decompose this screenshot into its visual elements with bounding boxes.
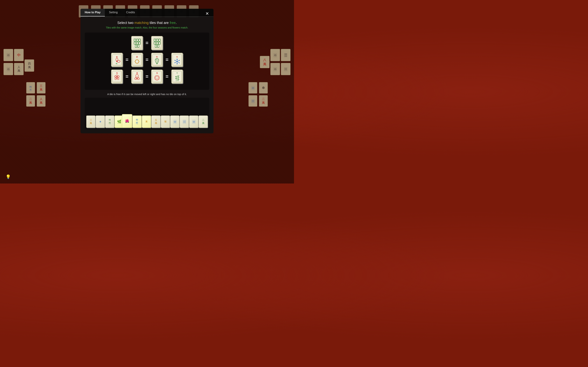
tile-bamboo-2	[151, 36, 163, 50]
demo-tile-6-highlighted: 竹竹	[132, 116, 142, 128]
close-button[interactable]: ✕	[204, 11, 210, 17]
header-text-part2: tiles that are	[148, 21, 170, 25]
demo-tile-9: 菊	[161, 116, 170, 128]
tile-summer: 夏	[131, 53, 143, 67]
help-dialog: ✕ How to Play Setting Credits Select two…	[80, 9, 214, 133]
svg-text:竹: 竹	[176, 72, 178, 74]
equals-2b: =	[145, 57, 149, 63]
demo-tile-2: ❄	[96, 116, 105, 128]
equals-2c: =	[165, 57, 169, 63]
svg-point-74	[137, 76, 137, 77]
tiles-demo-area: =	[85, 33, 209, 90]
demo-tile-11: 🀜	[180, 116, 189, 128]
svg-point-99	[178, 78, 178, 78]
svg-text:蘭: 蘭	[136, 72, 138, 74]
equals-1: =	[145, 40, 149, 46]
demo-tile-3: 竹竹	[105, 116, 114, 128]
svg-text:菊: 菊	[156, 72, 158, 74]
tab-how-to-play[interactable]: How to Play	[80, 9, 105, 17]
equals-3b: =	[145, 74, 149, 79]
svg-point-24	[116, 61, 117, 62]
svg-line-53	[174, 60, 175, 61]
svg-text:春: 春	[116, 56, 118, 58]
tile-winter: 冬	[171, 53, 183, 67]
bottom-tiles-demo: 三萬 ❄ 竹竹 🌿 🌺 竹竹 東 五萬 菊 🀙 🀜 🀙 二萬	[85, 98, 209, 129]
svg-point-98	[178, 76, 178, 77]
matching-flowers-row: 梅 =	[88, 70, 206, 83]
tile-flower-3: 菊	[151, 70, 163, 83]
demo-tile-1: 三萬	[86, 116, 95, 128]
instruction-subtext: Tiles with the same image match. Also, t…	[85, 26, 209, 29]
equals-3c: =	[165, 74, 169, 79]
header-text-part3: .	[176, 21, 177, 25]
tile-bamboo-1	[131, 36, 143, 50]
demo-tile-12: 🀙	[189, 116, 198, 128]
header-free-word: free	[170, 21, 176, 25]
tab-setting[interactable]: Setting	[105, 9, 122, 17]
tile-flower-1: 梅	[111, 70, 123, 83]
demo-tile-8: 五萬	[151, 116, 160, 128]
header-text-part1: Select two	[117, 21, 134, 25]
svg-point-68	[116, 77, 117, 78]
tile-flower-4: 竹	[171, 70, 183, 83]
svg-text:秋: 秋	[156, 56, 158, 58]
lightbulb-hint-button[interactable]: 💡	[6, 175, 11, 179]
instruction-header: Select two matching tiles that are free.	[85, 21, 209, 25]
tab-credits[interactable]: Credits	[122, 9, 139, 17]
header-matching-word: matching	[134, 21, 148, 25]
matching-seasons-row: 春 =	[88, 53, 206, 67]
demo-tile-13: 二萬	[199, 116, 208, 128]
tile-autumn: 秋	[151, 53, 163, 67]
svg-point-96	[176, 76, 177, 77]
svg-point-100	[178, 80, 178, 80]
svg-text:夏: 夏	[136, 56, 138, 58]
demo-tile-7-highlighted: 東	[142, 116, 151, 128]
equals-2a: =	[125, 57, 129, 63]
equals-3a: =	[125, 74, 129, 79]
demo-tile-5-highlighted: 🌺	[122, 114, 132, 128]
tile-flower-2: 蘭	[131, 70, 143, 83]
tab-bar: How to Play Setting Credits	[80, 9, 214, 17]
svg-point-97	[176, 78, 177, 79]
demo-tile-10: 🀙	[170, 116, 179, 128]
how-to-play-content: Select two matching tiles that are free.…	[80, 17, 214, 133]
svg-text:冬: 冬	[176, 56, 178, 58]
tile-spring: 春	[111, 53, 123, 67]
matching-pair-row-1: =	[88, 36, 206, 50]
free-tile-explanation: A tile is free if it can be moved left o…	[85, 93, 209, 96]
svg-text:梅: 梅	[116, 72, 118, 74]
